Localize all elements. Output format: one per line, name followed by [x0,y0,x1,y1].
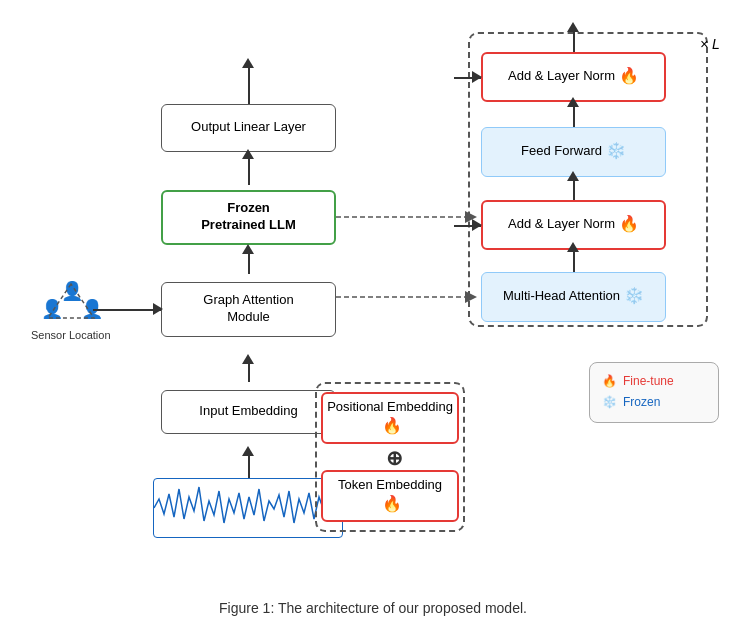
fire-icon-top: 🔥 [619,66,639,87]
arrowhead-out-top [567,22,579,32]
fire-icon-mid: 🔥 [619,214,639,235]
figure-caption: Figure 1: The architecture of our propos… [219,600,527,616]
arrowhead-embed-graph [242,354,254,364]
arrowhead-sensor-graph [153,303,163,315]
fire-icon-pos: 🔥 [382,416,402,437]
waveform-svg [154,479,342,537]
legend: 🔥 Fine-tune ❄️ Frozen [589,362,719,423]
feed-forward: Feed Forward ❄️ [481,127,666,177]
arrow-sensor-to-graph [93,309,161,311]
legend-fire-row: 🔥 Fine-tune [602,371,706,393]
svg-marker-0 [48,284,94,318]
arrow-mid-to-ff [573,179,575,200]
arrow-embed-to-graph [248,362,250,382]
token-embedding: Token Embedding 🔥 [321,470,459,522]
arrow-wave-to-embed [248,454,250,478]
snowflake-icon-mha: ❄️ [624,286,644,307]
multi-head-attention: Multi-Head Attention ❄️ [481,272,666,322]
arrowhead-skip-mid [472,219,482,231]
legend-snow-row: ❄️ Frozen [602,392,706,414]
arrowhead-ff-top [567,97,579,107]
arrow-output-top [248,66,250,104]
positional-embedding: Positional Embedding 🔥 [321,392,459,444]
sensor-label: Sensor Location [31,329,111,341]
arrowhead-mid-ff [567,171,579,181]
output-linear-layer: Output Linear Layer [161,104,336,152]
arrow-ff-to-top [573,105,575,127]
fire-icon-token: 🔥 [382,494,402,515]
arrow-graph-to-frozen [248,252,250,274]
arrowhead-mha-mid [567,242,579,252]
xl-label: × L [700,36,720,52]
sensor-triangle [36,280,106,325]
legend-snow-label: Frozen [623,392,660,414]
input-embedding: Input Embedding [161,390,336,434]
add-layer-norm-top: Add & Layer Norm 🔥 [481,52,666,102]
arrow-frozen-to-output [248,157,250,185]
arrowhead-graph-frozen [242,244,254,254]
snowflake-icon-ff: ❄️ [606,141,626,162]
plus-symbol: ⊕ [382,446,406,470]
arrowhead-skip-top [472,71,482,83]
frozen-llm: FrozenPretrained LLM [161,190,336,245]
arrowhead-frozen-output [242,149,254,159]
legend-fire-icon: 🔥 [602,371,617,393]
arrowhead-wave-embed [242,446,254,456]
graph-attention-module: Graph AttentionModule [161,282,336,337]
diagram: × L Add & Layer Norm 🔥 Feed Forward ❄️ A… [13,22,733,592]
arrow-mha-to-mid [573,250,575,272]
legend-snow-icon: ❄️ [602,392,617,414]
arrowhead-output-top [242,58,254,68]
legend-fire-label: Fine-tune [623,371,674,393]
